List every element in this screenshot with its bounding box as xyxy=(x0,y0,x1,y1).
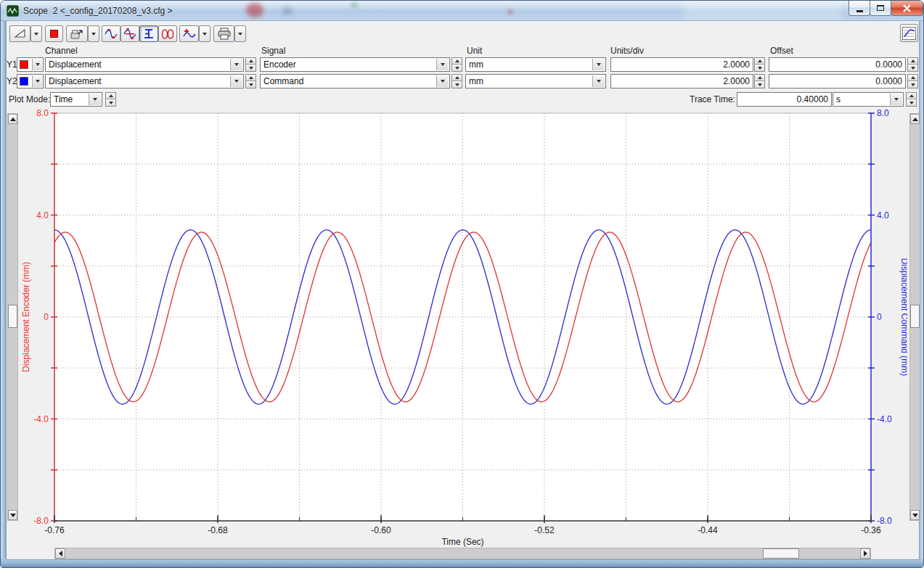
y1-channel-stepper[interactable] xyxy=(245,57,256,72)
xy-mode-button[interactable] xyxy=(158,25,177,42)
y2-axis-title: Displacement Command (mm) xyxy=(899,258,907,376)
export-config-dropdown[interactable] xyxy=(88,25,99,42)
trace-style-button[interactable] xyxy=(179,25,199,42)
y1-offset-stepper[interactable] xyxy=(907,57,918,72)
trace-time-field[interactable]: 0.40000 xyxy=(737,92,832,107)
y1-axis-scrollbar[interactable] xyxy=(7,113,18,521)
spin-down-icon[interactable] xyxy=(452,81,462,88)
spin-up-icon[interactable] xyxy=(246,58,255,65)
scrollbar-thumb[interactable] xyxy=(910,305,920,328)
y2-signal-select[interactable]: Command xyxy=(260,74,450,89)
spin-down-icon[interactable] xyxy=(452,65,462,71)
y2-color-button[interactable] xyxy=(17,74,44,89)
client-area: Channel Signal Unit Units/div Offset Y1 … xyxy=(6,21,920,560)
y1-units-per-div-field[interactable]: 2.0000 xyxy=(610,57,753,72)
title-bar[interactable]: Scope 2 <_config_20170208_v3.cfg > xyxy=(1,1,924,21)
window-frame-left xyxy=(1,21,6,567)
y1-signal-value: Encoder xyxy=(263,59,435,70)
trigger-slope-button[interactable] xyxy=(9,25,30,42)
y2-axis-scrollbar[interactable] xyxy=(909,113,920,521)
maximize-icon xyxy=(877,5,884,11)
y2-tick-label: 0 xyxy=(877,312,882,322)
chevron-down-icon xyxy=(91,33,96,36)
spin-down-icon[interactable] xyxy=(106,99,115,106)
y2-offset-stepper[interactable] xyxy=(907,74,918,89)
trace-time-unit-select[interactable]: s xyxy=(833,92,904,107)
spin-down-icon[interactable] xyxy=(755,65,764,71)
plot-properties-button[interactable] xyxy=(900,24,918,42)
autoscale-y2-button[interactable] xyxy=(120,25,139,42)
spin-down-icon[interactable] xyxy=(907,99,916,106)
scroll-left-button[interactable] xyxy=(55,548,65,559)
minimize-button[interactable] xyxy=(849,1,870,16)
y1-offset-field[interactable]: 0.0000 xyxy=(769,57,906,72)
spin-up-icon[interactable] xyxy=(908,58,917,65)
y2-unit-select[interactable]: mm xyxy=(465,74,606,89)
print-button[interactable] xyxy=(213,25,234,42)
spin-up-icon[interactable] xyxy=(755,58,764,65)
scrollbar-thumb[interactable] xyxy=(763,548,799,559)
maximize-button[interactable] xyxy=(870,1,891,16)
spin-up-icon[interactable] xyxy=(908,75,917,81)
spin-up-icon[interactable] xyxy=(452,75,462,81)
plot-mode-stepper[interactable] xyxy=(105,92,116,107)
trigger-slope-dropdown[interactable] xyxy=(30,25,42,42)
spin-up-icon[interactable] xyxy=(755,75,764,81)
chevron-down-icon xyxy=(203,33,207,36)
y2-channel-stepper[interactable] xyxy=(245,74,256,89)
stop-icon xyxy=(50,30,58,38)
plot-mode-select[interactable]: Time xyxy=(50,92,102,107)
y1-units-per-div-stepper[interactable] xyxy=(754,57,765,72)
plot-svg[interactable]: 8.04.00-4.0-8.08.04.00-4.0-8.0-0.76-0.68… xyxy=(22,108,907,548)
scrollbar-thumb[interactable] xyxy=(8,305,17,328)
scroll-right-button[interactable] xyxy=(860,548,870,559)
autoscale-y1-button[interactable] xyxy=(102,25,120,42)
spin-down-icon[interactable] xyxy=(908,65,917,71)
close-button[interactable] xyxy=(891,1,923,16)
scroll-up-button[interactable] xyxy=(8,114,17,124)
xy-mode-icon xyxy=(160,28,175,40)
chevron-down-icon xyxy=(436,75,449,87)
spin-up-icon[interactable] xyxy=(106,93,115,99)
y2-signal-stepper[interactable] xyxy=(451,74,462,89)
y2-signal-value: Command xyxy=(263,76,435,86)
spin-up-icon[interactable] xyxy=(246,75,255,81)
y1-signal-stepper[interactable] xyxy=(451,57,462,72)
y2-channel-select[interactable]: Displacement xyxy=(45,74,244,89)
spin-up-icon[interactable] xyxy=(907,93,916,99)
y2-units-per-div-stepper[interactable] xyxy=(754,74,765,89)
scroll-down-button[interactable] xyxy=(910,510,920,520)
time-axis-scrollbar[interactable] xyxy=(54,548,871,559)
trace-style-icon xyxy=(182,28,197,40)
glass-reflection xyxy=(507,9,513,15)
chevron-down-icon xyxy=(238,33,242,36)
print-icon xyxy=(217,28,232,40)
stop-button[interactable] xyxy=(45,25,63,42)
trace-time-stepper[interactable] xyxy=(906,92,917,107)
spin-up-icon[interactable] xyxy=(452,58,462,65)
spin-down-icon[interactable] xyxy=(246,65,255,71)
y2-tick-label: 4.0 xyxy=(877,210,889,221)
cursors-button[interactable] xyxy=(139,25,158,42)
chevron-down-icon xyxy=(32,59,42,70)
trace-style-dropdown[interactable] xyxy=(199,25,210,42)
x-tick-label: -0.60 xyxy=(371,525,391,535)
y1-channel-select[interactable]: Displacement xyxy=(45,57,244,72)
header-offset: Offset xyxy=(770,46,793,56)
y2-units-per-div-field[interactable]: 2.0000 xyxy=(610,74,753,89)
y1-signal-select[interactable]: Encoder xyxy=(260,57,450,72)
export-config-button[interactable] xyxy=(66,25,88,42)
arrow-right-icon xyxy=(864,551,867,556)
scroll-down-button[interactable] xyxy=(8,510,17,520)
print-dropdown[interactable] xyxy=(234,25,246,42)
y1-tick-label: -4.0 xyxy=(33,414,49,424)
spin-down-icon[interactable] xyxy=(246,81,255,88)
spin-down-icon[interactable] xyxy=(755,81,764,88)
spin-down-icon[interactable] xyxy=(908,81,917,88)
y1-tick-label: -8.0 xyxy=(33,516,49,526)
y1-color-button[interactable] xyxy=(17,57,44,72)
y2-offset-field[interactable]: 0.0000 xyxy=(769,74,906,89)
scroll-up-button[interactable] xyxy=(910,114,920,124)
y1-unit-select[interactable]: mm xyxy=(465,57,606,72)
minimize-icon xyxy=(856,10,863,12)
